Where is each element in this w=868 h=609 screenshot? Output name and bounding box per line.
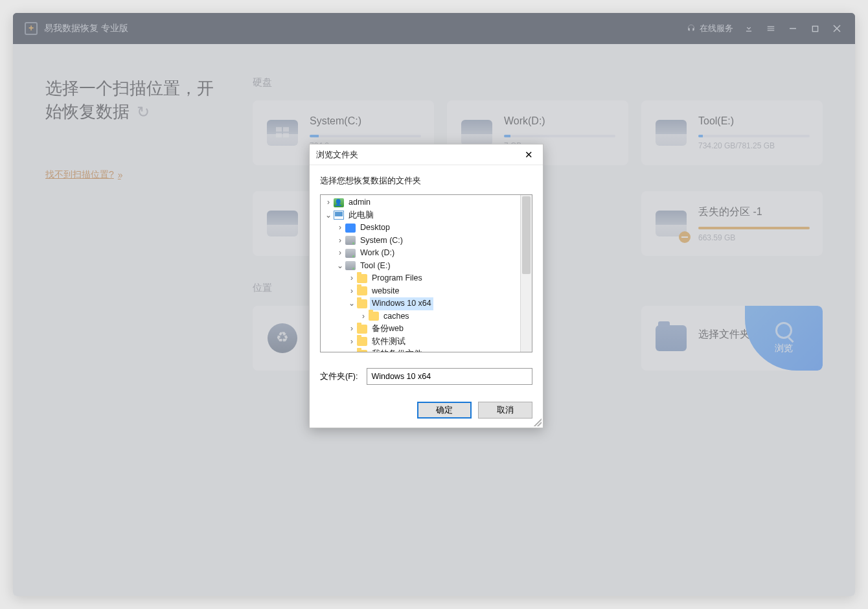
cancel-button[interactable]: 取消 — [478, 402, 532, 419]
expand-toggle[interactable]: › — [347, 285, 357, 298]
tree-label: admin — [347, 196, 372, 209]
dialog-buttons: 确定 取消 — [320, 402, 532, 419]
dialog-close-button[interactable]: ✕ — [521, 147, 536, 163]
tree-scrollbar[interactable] — [520, 195, 532, 352]
folder-input[interactable] — [367, 368, 532, 385]
ok-button[interactable]: 确定 — [417, 402, 472, 419]
tree-label: Work (D:) — [358, 247, 396, 260]
user-icon — [334, 198, 344, 207]
desktop-icon — [345, 224, 356, 233]
tree-item-website[interactable]: ›website — [321, 285, 532, 298]
folder-icon — [357, 337, 367, 346]
expand-toggle[interactable]: › — [347, 323, 357, 336]
dialog-body: 选择您想恢复数据的文件夹 ›admin ⌄此电脑 ›Desktop ›Syste… — [310, 165, 543, 428]
tree-item-my-backup[interactable]: ›我的备份文件 — [321, 348, 532, 352]
folder-icon — [357, 350, 367, 352]
folder-icon — [357, 274, 367, 283]
expand-toggle[interactable]: › — [335, 222, 345, 235]
tree-label: Program Files — [370, 272, 424, 285]
tree-item-desktop[interactable]: ›Desktop — [321, 222, 532, 235]
tree-item-work-d[interactable]: ›Work (D:) — [321, 247, 532, 260]
tree-label: System (C:) — [358, 235, 405, 247]
collapse-toggle[interactable]: ⌄ — [347, 297, 357, 310]
tree-item-program-files[interactable]: ›Program Files — [321, 272, 532, 285]
tree-label: Windows 10 x64 — [370, 297, 433, 310]
folder-icon — [369, 312, 379, 321]
tree-item-win10x64-selected[interactable]: ⌄Windows 10 x64 — [321, 297, 532, 310]
computer-icon — [334, 211, 344, 220]
expand-toggle[interactable]: › — [347, 336, 357, 349]
tree-label: 我的备份文件 — [370, 348, 424, 352]
tree-item-this-pc[interactable]: ⌄此电脑 — [321, 209, 532, 222]
tree-label: 备份web — [370, 323, 405, 336]
tree-item-admin[interactable]: ›admin — [321, 196, 532, 209]
folder-label: 文件夹(F): — [320, 371, 358, 382]
tree-item-caches[interactable]: ›caches — [321, 310, 532, 323]
dialog-prompt: 选择您想恢复数据的文件夹 — [320, 176, 532, 187]
expand-toggle[interactable]: › — [323, 196, 334, 209]
tree-item-tool-e[interactable]: ⌄Tool (E:) — [321, 260, 532, 273]
drive-icon — [345, 236, 356, 245]
dialog-titlebar: 浏览文件夹 ✕ — [310, 144, 543, 165]
resize-grip-icon[interactable] — [534, 419, 542, 426]
tree-label: Tool (E:) — [358, 260, 393, 273]
tree-item-backup-web[interactable]: ›备份web — [321, 323, 532, 336]
collapse-toggle[interactable]: ⌄ — [323, 209, 334, 222]
tree-label: 此电脑 — [347, 209, 376, 222]
tree-label: website — [370, 285, 401, 298]
tree-label: Desktop — [358, 222, 392, 235]
tree-label: 软件测试 — [370, 336, 407, 349]
expand-toggle[interactable]: › — [335, 247, 345, 260]
folder-icon — [357, 286, 367, 295]
drive-icon — [345, 261, 356, 270]
browse-folder-dialog: 浏览文件夹 ✕ 选择您想恢复数据的文件夹 ›admin ⌄此电脑 ›Deskto… — [309, 144, 543, 428]
folder-icon — [357, 299, 367, 308]
folder-input-row: 文件夹(F): — [320, 368, 532, 385]
expand-toggle[interactable]: › — [347, 272, 357, 285]
tree-content: ›admin ⌄此电脑 ›Desktop ›System (C:) ›Work … — [321, 195, 532, 352]
scrollbar-thumb[interactable] — [522, 196, 531, 274]
tree-item-system-c[interactable]: ›System (C:) — [321, 235, 532, 247]
collapse-toggle[interactable]: ⌄ — [335, 260, 345, 273]
dialog-title: 浏览文件夹 — [316, 149, 358, 161]
expand-toggle[interactable]: › — [335, 235, 345, 247]
folder-tree: ›admin ⌄此电脑 ›Desktop ›System (C:) ›Work … — [320, 194, 532, 352]
tree-item-soft-test[interactable]: ›软件测试 — [321, 336, 532, 349]
expand-toggle[interactable]: › — [358, 310, 369, 323]
drive-icon — [345, 249, 356, 258]
folder-icon — [357, 325, 367, 334]
tree-label: caches — [382, 310, 411, 323]
